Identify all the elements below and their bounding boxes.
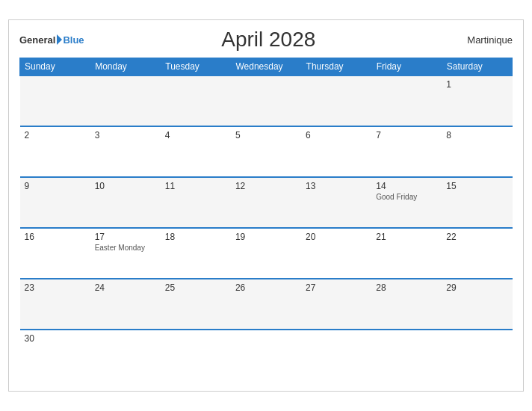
day-number: 1	[446, 79, 507, 90]
calendar-cell: 4	[161, 126, 231, 177]
day-number: 18	[165, 232, 226, 242]
day-number: 14	[376, 181, 437, 191]
weekday-header-tuesday: Tuesday	[161, 58, 231, 76]
month-title: April 2028	[84, 28, 453, 52]
calendar-week-row: 23242526272829	[20, 279, 513, 330]
calendar-cell: 8	[442, 126, 512, 177]
weekday-header-row: SundayMondayTuesdayWednesdayThursdayFrid…	[20, 58, 513, 76]
day-number: 9	[25, 181, 86, 191]
day-number: 19	[235, 232, 297, 242]
calendar-cell: 24	[90, 279, 161, 330]
logo-general-text: General	[19, 34, 55, 46]
weekday-header-monday: Monday	[90, 58, 161, 76]
day-number: 28	[376, 282, 437, 293]
day-number: 11	[165, 181, 226, 191]
calendar-cell: 6	[301, 126, 371, 177]
event-label: Easter Monday	[95, 244, 156, 252]
calendar-cell: 26	[231, 279, 301, 330]
calendar-cell: 1	[442, 75, 512, 126]
logo-triangle-icon	[57, 34, 62, 45]
weekday-header-friday: Friday	[371, 58, 442, 76]
calendar-container: General Blue April 2028 Martinique Sunda…	[8, 19, 524, 392]
calendar-week-row: 30	[20, 330, 513, 380]
calendar-cell: 5	[231, 126, 301, 177]
day-number: 24	[95, 282, 156, 293]
day-number: 16	[25, 232, 86, 242]
calendar-cell: 22	[442, 228, 512, 279]
calendar-cell	[90, 75, 161, 126]
calendar-cell: 23	[20, 279, 90, 330]
calendar-cell: 7	[371, 126, 442, 177]
calendar-cell	[371, 75, 442, 126]
weekday-header-saturday: Saturday	[442, 58, 512, 76]
calendar-cell: 13	[301, 177, 371, 228]
calendar-cell	[161, 330, 231, 380]
calendar-cell: 3	[90, 126, 161, 177]
calendar-grid: SundayMondayTuesdayWednesdayThursdayFrid…	[19, 58, 513, 380]
calendar-cell: 28	[371, 279, 442, 330]
weekday-header-thursday: Thursday	[301, 58, 371, 76]
calendar-cell	[90, 330, 161, 380]
calendar-cell	[301, 330, 371, 380]
calendar-cell: 17Easter Monday	[90, 228, 161, 279]
logo-blue-text: Blue	[63, 34, 84, 46]
calendar-cell	[301, 75, 371, 126]
day-number: 21	[376, 232, 437, 242]
day-number: 13	[306, 181, 367, 191]
region-label: Martinique	[453, 34, 513, 46]
day-number: 12	[235, 181, 297, 191]
calendar-cell: 29	[442, 279, 512, 330]
day-number: 2	[25, 130, 86, 140]
day-number: 6	[306, 130, 367, 140]
calendar-cell	[231, 330, 301, 380]
day-number: 20	[306, 232, 367, 242]
event-label: Good Friday	[376, 193, 437, 201]
calendar-cell: 18	[161, 228, 231, 279]
day-number: 17	[95, 232, 156, 242]
day-number: 27	[306, 282, 367, 293]
calendar-cell	[231, 75, 301, 126]
calendar-week-row: 1617Easter Monday1819202122	[20, 228, 513, 279]
calendar-cell: 21	[371, 228, 442, 279]
calendar-cell: 15	[442, 177, 512, 228]
calendar-cell: 10	[90, 177, 161, 228]
calendar-cell: 30	[20, 330, 90, 380]
calendar-cell: 19	[231, 228, 301, 279]
day-number: 23	[25, 282, 86, 293]
calendar-cell: 2	[20, 126, 90, 177]
day-number: 7	[376, 130, 437, 140]
calendar-cell: 14Good Friday	[371, 177, 442, 228]
day-number: 26	[235, 282, 297, 293]
day-number: 4	[165, 130, 226, 140]
calendar-week-row: 1	[20, 75, 513, 126]
calendar-header: General Blue April 2028 Martinique	[19, 28, 513, 52]
calendar-cell	[371, 330, 442, 380]
logo: General Blue	[19, 34, 84, 46]
calendar-cell: 9	[20, 177, 90, 228]
calendar-cell: 11	[161, 177, 231, 228]
weekday-header-wednesday: Wednesday	[231, 58, 301, 76]
day-number: 25	[165, 282, 226, 293]
day-number: 30	[25, 333, 86, 344]
day-number: 10	[95, 181, 156, 191]
day-number: 29	[446, 282, 507, 293]
day-number: 3	[95, 130, 156, 140]
calendar-week-row: 91011121314Good Friday15	[20, 177, 513, 228]
calendar-cell: 16	[20, 228, 90, 279]
calendar-cell	[442, 330, 512, 380]
calendar-cell: 12	[231, 177, 301, 228]
calendar-cell: 20	[301, 228, 371, 279]
weekday-header-sunday: Sunday	[20, 58, 90, 76]
calendar-week-row: 2345678	[20, 126, 513, 177]
calendar-cell	[20, 75, 90, 126]
day-number: 5	[235, 130, 297, 140]
calendar-cell: 27	[301, 279, 371, 330]
day-number: 22	[446, 232, 507, 242]
day-number: 8	[446, 130, 507, 140]
calendar-cell: 25	[161, 279, 231, 330]
calendar-cell	[161, 75, 231, 126]
day-number: 15	[446, 181, 507, 191]
